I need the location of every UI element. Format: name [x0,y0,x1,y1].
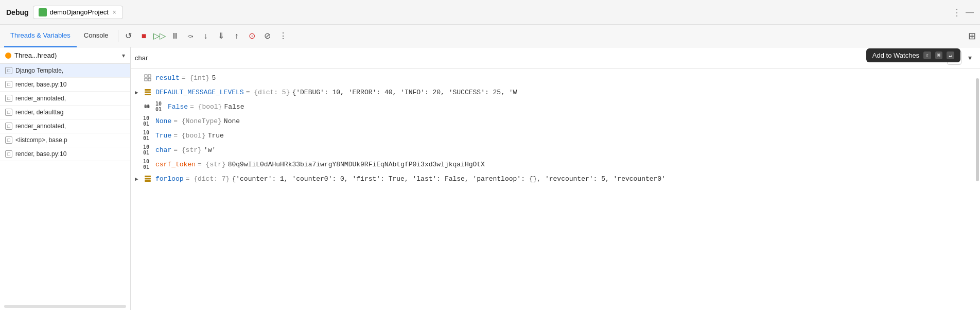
tab-close-button[interactable]: × [112,9,117,16]
frame-icon: □ [5,95,12,102]
variable-row-default-message-levels[interactable]: ▶ DEFAULT_MESSAGE_LEVELS = {dict: 5} {'D… [131,85,980,99]
int-type-icon [143,73,152,82]
run-to-cursor-button[interactable]: ⊙ [245,29,259,43]
variable-type: = {str} [173,146,202,154]
stack-frame-label: render, base.py:10 [15,81,66,88]
step-out-button[interactable]: ↑ [230,29,244,43]
thread-selector[interactable]: Threa...hread) ▾ [0,47,130,64]
layout-icon[interactable]: ⊞ [968,30,976,42]
variable-name: DEFAULT_MESSAGE_LEVELS [155,89,244,96]
none-type-label: 1001 [143,115,152,127]
variable-value: {'counter': 1, 'counter0': 0, 'first': T… [232,175,666,183]
stack-frame-item[interactable]: □ render, defaulttag [0,106,130,119]
force-step-into-button[interactable]: ⇓ [214,29,229,43]
variable-type: = {dict: 7} [186,175,230,183]
title-bar: Debug demoDjangoProject × ⋮ — [0,0,980,25]
more-options-icon[interactable]: ⋮ [952,7,961,18]
project-tab-label: demoDjangoProject [50,8,109,16]
stack-frame-item[interactable]: □ render_annotated, [0,119,130,133]
more-debug-options-button[interactable]: ⋮ [276,29,290,43]
thread-chevron-down-icon[interactable]: ▾ [122,52,125,59]
stack-frame-label: Django Template, [15,67,63,74]
svg-rect-16 [145,178,151,180]
vertical-scrollbar[interactable] [976,78,979,181]
svg-text:01: 01 [144,104,150,109]
frame-icon: □ [5,81,12,88]
tab-threads-variables[interactable]: Threads & Variables [4,25,77,47]
stack-frame-item[interactable]: □ Django Template, [0,64,130,78]
variable-type: = {str} [198,161,226,168]
stack-frame-item[interactable]: □ render, base.py:10 [0,147,130,161]
mute-breakpoints-button[interactable]: ⊘ [260,29,275,43]
svg-rect-7 [148,75,151,77]
main-area: Threa...hread) ▾ □ Django Template, □ re… [0,47,980,310]
variable-search-input[interactable] [135,54,943,62]
variables-panel: ▾ Add to Watches ⇧ ⌘ ↵ result = {int} 5 [131,47,980,310]
variable-value: {'DEBUG': 10, 'ERROR': 40, 'INFO': 20, '… [292,89,517,96]
variable-row-char[interactable]: 1001 char = {str} 'w' [131,143,980,157]
resume-program-button[interactable]: ▷▷ [152,29,167,43]
bool-type-icon: 1001 [143,102,152,111]
add-to-watches-tooltip: Add to Watches ⇧ ⌘ ↵ [866,48,960,62]
tooltip-label: Add to Watches [872,51,919,59]
stack-frame-label: render, base.py:10 [15,150,66,158]
variable-value: 80q9wIiL0dAHuHRk33bia7iwrgY8NMDUk9RFiEqN… [228,161,485,168]
variable-name: True [155,132,171,140]
stack-frame-list: □ Django Template, □ render, base.py:10 … [0,64,130,303]
expand-arrow-icon[interactable]: ▶ [135,176,138,182]
step-over-button[interactable]: ⤼ [183,29,198,43]
variable-name: False [168,103,188,111]
variable-type: = {dict: 5} [246,89,290,96]
dict-type-icon [143,88,152,97]
variable-name: result [155,74,180,82]
true-type-label: 1001 [143,130,152,141]
variable-row-false[interactable]: 1001 1001 False = {bool} False [131,99,980,114]
stack-frame-item[interactable]: □ render, base.py:10 [0,78,130,92]
pause-program-button[interactable]: ⏸ [168,29,182,43]
stop-debug-button[interactable]: ■ [137,29,151,43]
tooltip-shortcut: ⇧ [923,51,931,59]
toolbar-separator [118,30,118,42]
variable-search-bar: ▾ Add to Watches ⇧ ⌘ ↵ [131,47,980,68]
restart-debug-button[interactable]: ↺ [121,29,136,43]
stack-frame-item[interactable]: □ <listcomp>, base.p [0,133,130,147]
sidebar-scrollbar [4,305,126,308]
variable-type: = {int} [182,74,210,82]
variable-type: = {NoneType} [173,117,222,125]
tab-console[interactable]: Console [78,25,115,47]
variables-list: result = {int} 5 ▶ DEFAULT_MESSAGE_LEVEL… [131,68,980,310]
variable-row-result[interactable]: result = {int} 5 [131,71,980,85]
frame-icon: □ [5,109,12,116]
variable-name: forloop [155,175,184,183]
minimize-button[interactable]: — [966,8,974,17]
project-tab[interactable]: demoDjangoProject × [33,6,123,19]
svg-rect-10 [145,89,151,91]
frame-icon: □ [5,136,12,144]
variable-type: = {bool} [173,132,205,140]
svg-rect-12 [145,94,151,95]
variable-value: True [208,132,224,140]
frame-icon: □ [5,123,12,130]
expand-arrow-icon[interactable]: ▶ [135,89,138,96]
stack-frame-label: render, defaulttag [15,109,63,116]
stack-frame-label: render_annotated, [15,95,66,102]
variable-value: False [224,103,244,111]
bool-type-label: 1001 [155,101,165,112]
variable-row-forloop[interactable]: ▶ forloop = {dict: 7} {'counter': 1, 'co… [131,171,980,186]
variable-name: char [155,146,171,154]
variable-type: = {bool} [190,103,222,111]
stack-frame-label: render_annotated, [15,123,66,130]
project-tab-icon [39,8,47,16]
stack-frame-item[interactable]: □ render_annotated, [0,92,130,106]
app-title: Debug [6,8,29,16]
debug-toolbar: Threads & Variables Console ↺ ■ ▷▷ ⏸ ⤼ ↓… [0,25,980,47]
variable-name: None [155,117,171,125]
step-into-button[interactable]: ↓ [199,29,213,43]
variable-name: csrf_token [155,161,196,168]
variable-row-true[interactable]: 1001 True = {bool} True [131,128,980,143]
svg-rect-15 [145,176,151,177]
variable-row-csrf-token[interactable]: 1001 csrf_token = {str} 80q9wIiL0dAHuHRk… [131,157,980,171]
expand-section-button[interactable]: ▾ [964,50,976,65]
variable-row-none[interactable]: 1001 None = {NoneType} None [131,114,980,128]
sidebar: Threa...hread) ▾ □ Django Template, □ re… [0,47,131,310]
